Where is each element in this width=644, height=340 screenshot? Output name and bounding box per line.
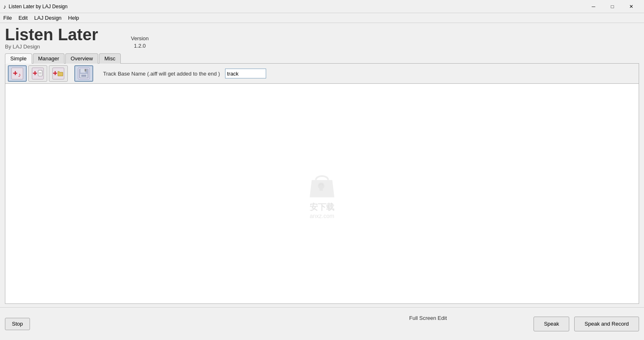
bottom-right: Speak Speak and Record (534, 317, 639, 331)
menu-laj-design[interactable]: LAJ Design (31, 13, 64, 23)
svg-text:♪: ♪ (18, 71, 21, 78)
track-name-input[interactable] (225, 69, 266, 78)
app-icon: ♪ (3, 3, 6, 10)
app-content: Listen Later By LAJ Design Version 1.2.0… (0, 23, 644, 307)
app-title: Listen Later (5, 26, 98, 43)
add-track-folder-icon (52, 67, 65, 80)
title-bar: ♪ Listen Later by LAJ Design ─ □ ✕ (0, 0, 644, 13)
tab-overview[interactable]: Overview (65, 53, 98, 64)
menu-help[interactable]: Help (65, 13, 83, 23)
toolbar: ♪ (5, 63, 639, 84)
minimize-button[interactable]: ─ (584, 0, 603, 13)
main-content-area: 安下载 anxz.com (5, 84, 639, 304)
tabs: Simple Manager Overview Misc (5, 53, 639, 63)
add-track-file-button[interactable] (28, 65, 47, 82)
tab-simple[interactable]: Simple (5, 53, 32, 64)
tab-misc[interactable]: Misc (99, 53, 121, 64)
app-logo: Listen Later By LAJ Design (5, 26, 98, 50)
maximize-button[interactable]: □ (603, 0, 622, 13)
bottom-left: Stop (5, 318, 30, 330)
add-track-file-icon (31, 67, 44, 80)
stop-button[interactable]: Stop (5, 318, 30, 330)
version-label: Version (131, 35, 149, 42)
full-screen-edit-label: Full Screen Edit (409, 315, 447, 321)
save-icon (77, 67, 90, 80)
menu-edit[interactable]: Edit (15, 13, 31, 23)
tab-manager[interactable]: Manager (33, 53, 64, 64)
speak-button[interactable]: Speak (534, 317, 569, 331)
track-name-label: Track Base Name (.aiff will get added to… (103, 71, 220, 77)
speak-and-record-button[interactable]: Speak and Record (574, 317, 639, 331)
watermark-sub: anxz.com (310, 212, 334, 219)
app-author: By LAJ Design (5, 44, 98, 50)
version-number: 1.2.0 (134, 42, 146, 50)
title-bar-left: ♪ Listen Later by LAJ Design (3, 3, 67, 10)
add-track-icon: ♪ (11, 67, 24, 80)
svg-rect-17 (85, 69, 86, 71)
save-button[interactable] (74, 65, 93, 82)
svg-rect-13 (55, 71, 56, 75)
header-row: Listen Later By LAJ Design Version 1.2.0 (5, 26, 639, 50)
svg-rect-21 (320, 186, 323, 191)
watermark-text: 安下载 (310, 201, 334, 212)
close-button[interactable]: ✕ (622, 0, 641, 13)
app-version: Version 1.2.0 (131, 35, 149, 50)
watermark: 安下载 anxz.com (306, 168, 338, 219)
svg-rect-19 (81, 75, 86, 77)
svg-rect-2 (15, 71, 16, 75)
menu-bar: File Edit LAJ Design Help (0, 13, 644, 23)
svg-rect-6 (34, 71, 36, 75)
watermark-bag-icon (306, 168, 338, 201)
add-track-folder-button[interactable] (49, 65, 68, 82)
title-bar-title: Listen Later by LAJ Design (9, 4, 67, 9)
bottom-bar: Stop Full Screen Edit Speak Speak and Re… (0, 307, 644, 340)
menu-file[interactable]: File (0, 13, 15, 23)
title-bar-controls: ─ □ ✕ (584, 0, 641, 13)
svg-point-20 (318, 182, 324, 189)
add-track-button[interactable]: ♪ (8, 65, 27, 82)
